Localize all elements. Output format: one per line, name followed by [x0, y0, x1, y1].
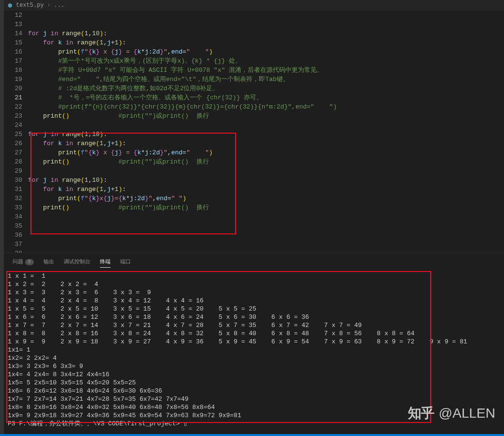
breadcrumb-suffix[interactable]: ...	[54, 2, 65, 9]
zhihu-logo: 知乎	[408, 404, 434, 422]
breadcrumb-bar: ⬢ text5.py › ...	[4, 0, 504, 11]
tab-problems[interactable]: 问题6	[13, 256, 34, 267]
watermark: 知乎 @ALLEN	[408, 404, 495, 422]
activity-bar	[0, 0, 4, 436]
editor[interactable]: 1213141516171819202122232425262728293031…	[4, 11, 504, 253]
tab-ports[interactable]: 端口	[120, 256, 131, 267]
line-gutter: 1213141516171819202122232425262728293031…	[4, 11, 28, 253]
problems-badge: 6	[25, 259, 34, 265]
tab-output[interactable]: 输出	[43, 256, 54, 267]
breadcrumb-sep: ›	[47, 2, 51, 9]
code-area[interactable]: for j in range(1,10): for k in range(1,j…	[28, 11, 504, 253]
tab-debug[interactable]: 调试控制台	[64, 256, 90, 267]
python-icon: ⬢	[8, 2, 13, 9]
tab-terminal[interactable]: 终端	[100, 256, 111, 268]
breadcrumb-file[interactable]: text5.py	[16, 2, 44, 9]
panel-tabs: 问题6 输出 调试控制台 终端 端口	[4, 253, 504, 270]
status-bar	[0, 434, 504, 436]
watermark-author: @ALLEN	[439, 406, 495, 421]
tab-problems-label: 问题	[13, 259, 23, 265]
